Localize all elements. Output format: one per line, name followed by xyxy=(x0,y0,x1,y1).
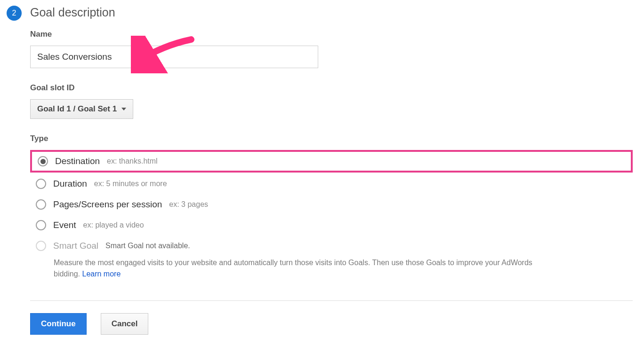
radio-label: Event xyxy=(53,220,76,230)
smart-goal-desc-text: Measure the most engaged visits to your … xyxy=(54,259,532,278)
radio-option-event[interactable]: Event ex: played a video xyxy=(30,216,633,235)
divider xyxy=(30,300,633,301)
smart-goal-description: Measure the most engaged visits to your … xyxy=(54,257,553,280)
goal-slot-label: Goal slot ID xyxy=(30,83,633,93)
goal-slot-dropdown[interactable]: Goal Id 1 / Goal Set 1 xyxy=(30,99,133,119)
radio-hint: ex: 3 pages xyxy=(169,200,208,209)
step-badge: 2 xyxy=(7,6,22,21)
radio-label: Smart Goal xyxy=(53,241,98,251)
goal-slot-selected: Goal Id 1 / Goal Set 1 xyxy=(37,104,117,114)
cancel-button[interactable]: Cancel xyxy=(101,313,149,335)
type-label: Type xyxy=(30,134,633,143)
radio-label: Pages/Screens per session xyxy=(53,199,162,210)
radio-icon xyxy=(38,156,48,166)
radio-icon xyxy=(36,241,46,251)
learn-more-link[interactable]: Learn more xyxy=(82,270,121,278)
radio-hint: Smart Goal not available. xyxy=(105,242,190,250)
radio-icon xyxy=(36,199,46,210)
radio-hint: ex: 5 minutes or more xyxy=(94,180,167,188)
name-label: Name xyxy=(30,30,633,39)
radio-option-smart-goal: Smart Goal Smart Goal not available. xyxy=(30,236,633,255)
radio-label: Destination xyxy=(55,156,100,166)
step-number: 2 xyxy=(12,9,16,17)
section-title: Goal description xyxy=(30,6,633,19)
continue-button[interactable]: Continue xyxy=(30,313,87,335)
chevron-down-icon xyxy=(121,108,126,110)
radio-hint: ex: played a video xyxy=(83,221,144,229)
radio-label: Duration xyxy=(53,179,87,189)
radio-option-destination[interactable]: Destination ex: thanks.html xyxy=(30,150,633,173)
name-input[interactable] xyxy=(30,46,318,68)
radio-option-duration[interactable]: Duration ex: 5 minutes or more xyxy=(30,174,633,193)
radio-icon xyxy=(36,220,46,230)
radio-icon xyxy=(36,179,46,189)
radio-hint: ex: thanks.html xyxy=(107,157,158,165)
radio-option-pages-screens[interactable]: Pages/Screens per session ex: 3 pages xyxy=(30,195,633,214)
